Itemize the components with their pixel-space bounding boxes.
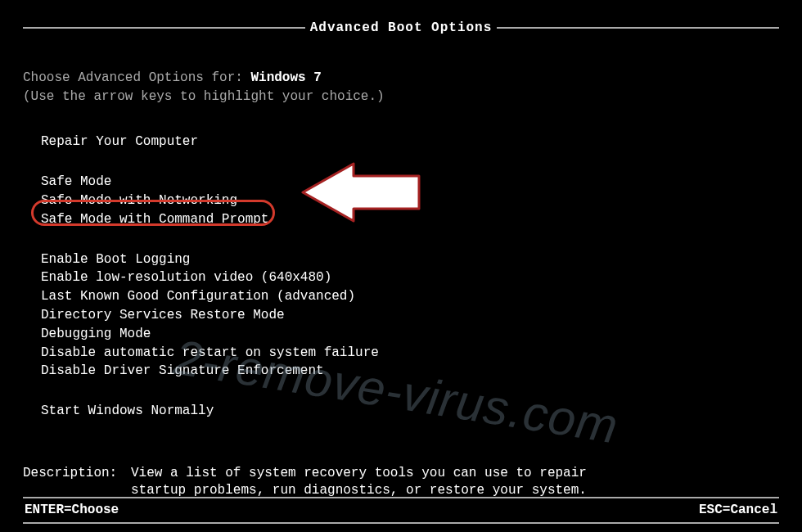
menu-repair-your-computer[interactable]: Repair Your Computer	[41, 133, 198, 151]
menu-safe-mode-command-prompt[interactable]: Safe Mode with Command Prompt	[41, 210, 268, 229]
menu-last-known-good[interactable]: Last Known Good Configuration (advanced)	[41, 287, 355, 306]
menu-debugging-mode[interactable]: Debugging Mode	[41, 325, 151, 344]
menu-ds-restore-mode[interactable]: Directory Services Restore Mode	[41, 306, 285, 325]
menu-disable-driver-signature[interactable]: Disable Driver Signature Enforcement	[41, 362, 324, 381]
page-title: Advanced Boot Options	[305, 20, 498, 37]
footer-enter-hint: ENTER=Choose	[25, 502, 119, 519]
menu-enable-boot-logging[interactable]: Enable Boot Logging	[41, 250, 190, 269]
description-label: Description:	[23, 465, 131, 499]
menu-safe-mode-networking[interactable]: Safe Mode with Networking	[41, 192, 237, 210]
menu-start-windows-normally[interactable]: Start Windows Normally	[41, 402, 214, 421]
footer-esc-hint: ESC=Cancel	[699, 502, 777, 519]
menu-disable-auto-restart[interactable]: Disable automatic restart on system fail…	[41, 344, 379, 363]
arrow-hint: (Use the arrow keys to highlight your ch…	[23, 88, 779, 106]
os-name: Windows 7	[250, 70, 321, 85]
menu-safe-mode[interactable]: Safe Mode	[41, 173, 111, 192]
menu-low-res-video[interactable]: Enable low-resolution video (640x480)	[41, 268, 331, 287]
choose-prompt: Choose Advanced Options for: Windows 7	[23, 70, 779, 87]
description-text: View a list of system recovery tools you…	[131, 465, 606, 499]
